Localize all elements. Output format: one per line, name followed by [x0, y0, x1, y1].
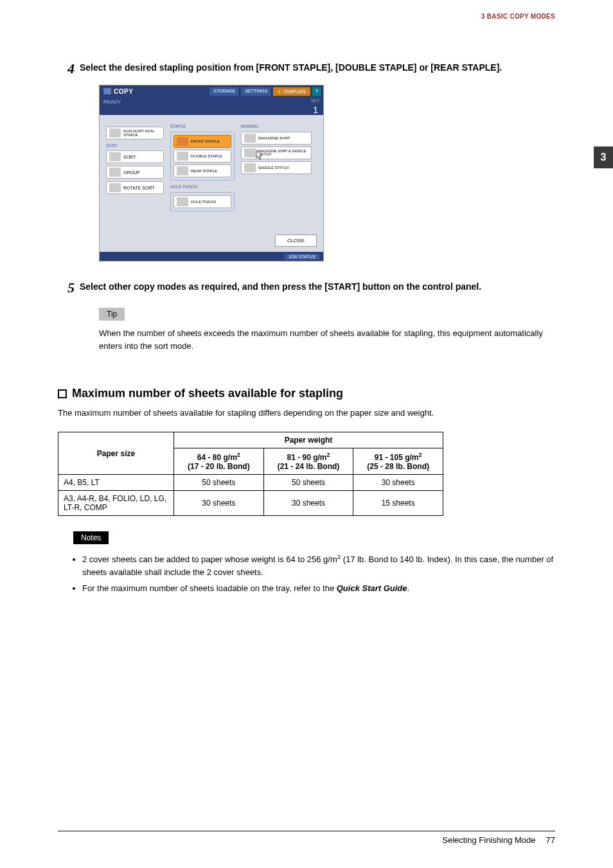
binding-group: MAGAZINE SORT MAGAZINE SORT & SADDLE STI…	[241, 127, 312, 174]
group-icon	[109, 168, 121, 177]
r1-w1: 50 sheets	[174, 475, 264, 491]
tip-label: Tip	[99, 308, 125, 321]
hole-punch-icon	[177, 197, 188, 206]
magazine-label: MAGAZINE SORT	[258, 136, 290, 140]
th-w2: 81 - 90 g/m2(21 - 24 lb. Bond)	[263, 448, 353, 475]
step-4-text: Select the desired stapling position fro…	[80, 62, 555, 76]
sort-button[interactable]: SORT	[106, 150, 164, 163]
double-staple-button[interactable]: DOUBLE STAPLE	[173, 150, 231, 163]
notes-label: Notes	[73, 531, 109, 544]
template-label: TEMPLATE	[283, 89, 306, 94]
ss-status-bar: READY SET 1	[100, 97, 323, 115]
step-5: 5 Select other copy modes as required, a…	[58, 281, 555, 295]
tip-text: When the number of sheets exceeds the ma…	[99, 327, 555, 352]
section-title: Maximum number of sheets available for s…	[72, 387, 343, 400]
nonsort-label: NON-SORT NON-STAPLE	[123, 129, 161, 137]
front-staple-icon	[177, 137, 188, 146]
r2-w3: 15 sheets	[353, 491, 443, 516]
cursor-icon	[256, 150, 265, 161]
rotate-icon	[109, 183, 121, 192]
note-1: 2 cover sheets can be added to paper who…	[82, 552, 555, 580]
ss-titlebar: COPY STORAGE SETTINGS ★ TEMPLATE ?	[100, 85, 323, 97]
nonsort-button[interactable]: NON-SORT NON-STAPLE	[106, 127, 164, 139]
nonsort-icon	[109, 128, 121, 137]
section-intro: The maximum number of sheets available f…	[58, 408, 555, 418]
section-bullet-icon	[58, 389, 67, 398]
ss-body: NON-SORT NON-STAPLE SORT SORT GROUP ROTA…	[100, 115, 323, 231]
magazine-sort-button[interactable]: MAGAZINE SORT	[241, 132, 312, 145]
staple-column: FRONT STAPLE DOUBLE STAPLE REAR STAPLE H…	[170, 127, 235, 223]
front-staple-label: FRONT STAPLE	[191, 139, 220, 143]
table-row: A3, A4-R, B4, FOLIO, LD, LG, LT-R, COMP …	[58, 491, 443, 516]
copy-screen: COPY STORAGE SETTINGS ★ TEMPLATE ? READY…	[99, 85, 324, 261]
step-5-number: 5	[58, 281, 80, 295]
staple-group: FRONT STAPLE DOUBLE STAPLE REAR STAPLE	[170, 127, 235, 181]
r2-size: A3, A4-R, B4, FOLIO, LD, LG, LT-R, COMP	[58, 491, 174, 516]
magazine-stitch-button[interactable]: MAGAZINE SORT & SADDLE STITCH	[241, 146, 312, 159]
chapter-side-tab: 3	[594, 146, 613, 168]
job-status-button[interactable]: JOB STATUS	[285, 254, 319, 260]
ready-text: READY	[103, 99, 121, 105]
th-w1: 64 - 80 g/m2(17 - 20 lb. Bond)	[174, 448, 264, 475]
sort-header: SORT	[106, 143, 164, 148]
storage-button[interactable]: STORAGE	[209, 87, 240, 96]
ss-title: COPY	[100, 88, 137, 95]
r2-w1: 30 sheets	[174, 491, 264, 516]
rotate-sort-button[interactable]: ROTATE SORT	[106, 181, 164, 194]
staple-table: Paper size Paper weight 64 - 80 g/m2(17 …	[58, 432, 443, 516]
set-label: SET	[310, 98, 319, 103]
chapter-header: 3 BASIC COPY MODES	[481, 13, 555, 20]
th-w3: 91 - 105 g/m2(25 - 28 lb. Bond)	[353, 448, 443, 475]
star-icon: ★	[277, 89, 281, 94]
step-4: 4 Select the desired stapling position f…	[58, 62, 555, 76]
ss-title-text: COPY	[114, 88, 133, 95]
footer-page: 77	[546, 835, 555, 845]
footer-title: Selecting Finishing Mode	[442, 835, 535, 845]
saddle-icon	[244, 163, 256, 172]
step-5-text: Select other copy modes as required, and…	[80, 281, 555, 295]
punch-group: HOLE PUNCH	[170, 187, 235, 211]
sort-icon	[109, 152, 121, 161]
magazine-stitch-icon	[244, 148, 256, 157]
tip-box: Tip When the number of sheets exceeds th…	[99, 308, 555, 352]
section-heading: Maximum number of sheets available for s…	[58, 387, 555, 400]
group-button[interactable]: GROUP	[106, 166, 164, 179]
double-staple-label: DOUBLE STAPLE	[191, 154, 222, 158]
help-button[interactable]: ?	[312, 87, 322, 96]
r1-w2: 50 sheets	[263, 475, 353, 491]
r2-w2: 30 sheets	[263, 491, 353, 516]
sort-column: NON-SORT NON-STAPLE SORT SORT GROUP ROTA…	[106, 127, 164, 223]
copy-icon	[103, 88, 111, 94]
r1-size: A4, B5, LT	[58, 475, 174, 491]
th-paper-size: Paper size	[58, 432, 174, 475]
hole-punch-button[interactable]: HOLE PUNCH	[173, 195, 231, 208]
group-label: GROUP	[123, 170, 140, 175]
step-4-number: 4	[58, 62, 80, 76]
front-staple-button[interactable]: FRONT STAPLE	[173, 135, 231, 148]
settings-button[interactable]: SETTINGS	[241, 87, 272, 96]
set-count: 1	[313, 105, 318, 115]
saddle-label: SADDLE STITCH	[258, 166, 289, 170]
rear-staple-label: REAR STAPLE	[191, 169, 217, 173]
binding-column: MAGAZINE SORT MAGAZINE SORT & SADDLE STI…	[241, 127, 312, 223]
close-button[interactable]: CLOSE	[275, 235, 317, 247]
ss-footer: CLOSE	[100, 231, 323, 252]
magazine-icon	[244, 134, 256, 143]
rotate-label: ROTATE SORT	[123, 186, 155, 190]
hole-punch-label: HOLE PUNCH	[191, 200, 216, 204]
double-staple-icon	[177, 152, 188, 161]
r1-w3: 30 sheets	[353, 475, 443, 491]
ss-bottom-bar: JOB STATUS	[100, 252, 323, 261]
template-button[interactable]: ★ TEMPLATE	[273, 87, 310, 96]
sort-label: SORT	[123, 155, 136, 159]
magazine-stitch-label: MAGAZINE SORT & SADDLE STITCH	[258, 150, 308, 157]
note-2: For the maximum number of sheets loadabl…	[82, 582, 555, 595]
notes-list: 2 cover sheets can be added to paper who…	[82, 552, 555, 595]
rear-staple-button[interactable]: REAR STAPLE	[173, 164, 231, 177]
th-paper-weight: Paper weight	[174, 432, 443, 448]
table-row: A4, B5, LT 50 sheets 50 sheets 30 sheets	[58, 475, 443, 491]
rear-staple-icon	[177, 166, 188, 175]
saddle-stitch-button[interactable]: SADDLE STITCH	[241, 161, 312, 174]
page-footer: Selecting Finishing Mode 77	[58, 831, 555, 845]
